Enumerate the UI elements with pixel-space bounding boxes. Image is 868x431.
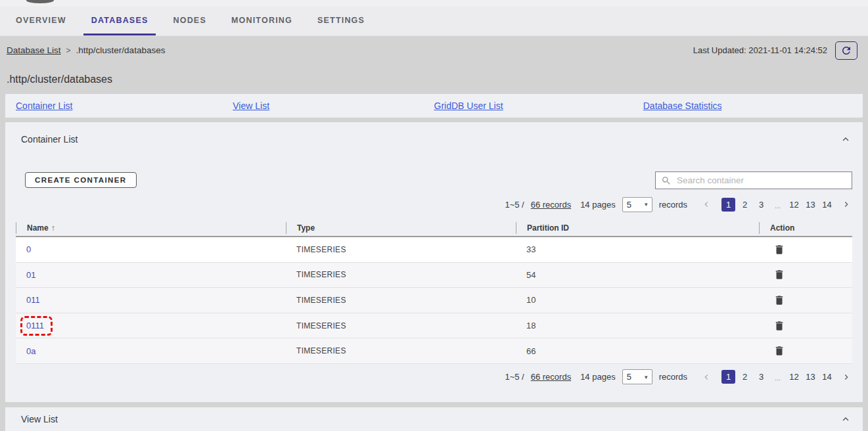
- container-type: TIMESERIES: [286, 245, 516, 254]
- table-row: 01 TIMESERIES 54: [16, 263, 852, 288]
- link-database-statistics[interactable]: Database Statistics: [643, 101, 722, 111]
- chevron-left-icon: [702, 200, 711, 209]
- pagination-top: 1~5 / 66 records 14 pages 5 ▾ records 1 …: [16, 196, 852, 213]
- breadcrumb-database-list-link[interactable]: Database List: [7, 45, 61, 55]
- page-title: .http/cluster/databases: [7, 74, 112, 85]
- last-updated-label: Last Updated: 2021-11-01 14:24:52: [693, 45, 827, 55]
- page-number-1[interactable]: 1: [721, 370, 735, 384]
- page-ellipsis: ...: [771, 370, 785, 384]
- pages-count-label: 14 pages: [580, 200, 616, 210]
- column-header-name[interactable]: Name ↑: [16, 222, 286, 234]
- delete-container-icon[interactable]: [769, 294, 852, 306]
- container-type: TIMESERIES: [286, 296, 516, 305]
- per-page-select[interactable]: 5 ▾: [622, 197, 652, 212]
- tab-settings[interactable]: SETTINGS: [309, 7, 373, 35]
- main-nav: OVERVIEW DATABASES NODES MONITORING SETT…: [0, 7, 868, 36]
- page-number-13[interactable]: 13: [804, 370, 817, 384]
- column-header-type[interactable]: Type: [286, 222, 516, 234]
- view-list-section: View List: [5, 407, 863, 431]
- collapse-view-section-button[interactable]: [839, 413, 852, 426]
- records-suffix-label: records: [659, 372, 687, 382]
- next-page-button[interactable]: [840, 198, 852, 210]
- page-number-12[interactable]: 12: [787, 198, 801, 212]
- previous-page-button[interactable]: [700, 198, 712, 210]
- per-page-value: 5: [627, 200, 631, 210]
- column-header-partition-id[interactable]: Partition ID: [516, 222, 759, 234]
- tab-nodes[interactable]: NODES: [165, 7, 214, 35]
- red-dashed-highlight-annotation: 0111: [20, 316, 53, 336]
- quick-links-bar: Container List View List GridDB User Lis…: [5, 94, 863, 118]
- create-container-button[interactable]: CREATE CONTAINER: [25, 172, 137, 188]
- partial-logo: [26, 0, 54, 3]
- page-number-2[interactable]: 2: [738, 198, 752, 212]
- refresh-button[interactable]: [835, 41, 857, 60]
- chevron-right-icon: [842, 200, 851, 209]
- partition-id: 66: [516, 346, 759, 356]
- record-range-label: 1~5 /: [505, 200, 524, 210]
- page-number-3[interactable]: 3: [754, 370, 768, 384]
- container-section-title: Container List: [21, 134, 78, 145]
- page-ellipsis: ...: [771, 198, 785, 212]
- container-table: Name ↑ Type Partition ID Action 0 TIMESE…: [16, 219, 852, 364]
- per-page-select[interactable]: 5 ▾: [622, 369, 652, 384]
- column-header-action: Action: [759, 222, 852, 234]
- delete-container-icon[interactable]: [769, 320, 852, 332]
- search-container-box[interactable]: [655, 171, 852, 189]
- container-link-0a[interactable]: 0a: [26, 346, 35, 356]
- records-count-link[interactable]: 66 records: [531, 200, 571, 210]
- records-suffix-label: records: [659, 200, 687, 210]
- container-list-section: Container List CREATE CONTAINER 1~5 / 66…: [5, 122, 863, 402]
- container-link-0[interactable]: 0: [26, 244, 31, 254]
- container-type: TIMESERIES: [286, 270, 516, 279]
- partition-id: 18: [516, 321, 759, 330]
- page-number-14[interactable]: 14: [820, 198, 834, 212]
- partition-id: 33: [516, 244, 759, 254]
- page-number-1[interactable]: 1: [721, 198, 735, 212]
- container-link-011[interactable]: 011: [26, 295, 40, 305]
- breadcrumb-current: .http/cluster/databases: [76, 45, 166, 55]
- pagination-bottom: 1~5 / 66 records 14 pages 5 ▾ records 1 …: [16, 369, 852, 386]
- search-container-input[interactable]: [677, 175, 846, 185]
- delete-container-icon[interactable]: [769, 269, 852, 281]
- tab-databases[interactable]: DATABASES: [83, 7, 156, 35]
- next-page-button[interactable]: [840, 371, 852, 383]
- delete-container-icon[interactable]: [769, 244, 852, 256]
- table-row: 0 TIMESERIES 33: [16, 237, 852, 263]
- record-range-label: 1~5 /: [505, 372, 524, 382]
- page-title-row: .http/cluster/databases: [0, 64, 868, 94]
- pages-count-label: 14 pages: [580, 372, 616, 382]
- partition-id: 54: [516, 270, 759, 280]
- container-link-01[interactable]: 01: [26, 270, 35, 280]
- table-header: Name ↑ Type Partition ID Action: [16, 219, 852, 237]
- page-number-list: 1 2 3 ... 12 13 14: [721, 370, 834, 384]
- table-row-highlighted: 0111 TIMESERIES 18: [16, 313, 852, 339]
- breadcrumb-separator: >: [66, 46, 71, 55]
- chevron-down-icon: ▾: [645, 374, 648, 380]
- records-count-link[interactable]: 66 records: [531, 372, 571, 382]
- view-section-title: View List: [21, 414, 58, 424]
- tab-monitoring[interactable]: MONITORING: [223, 7, 300, 35]
- table-row: 0a TIMESERIES 66: [16, 338, 852, 364]
- table-row: 011 TIMESERIES 10: [16, 288, 852, 313]
- page-number-2[interactable]: 2: [738, 370, 752, 384]
- page-number-3[interactable]: 3: [754, 198, 768, 212]
- top-strip: [0, 0, 868, 7]
- chevron-down-icon: ▾: [645, 201, 648, 208]
- chevron-left-icon: [702, 373, 711, 382]
- link-container-list[interactable]: Container List: [16, 101, 72, 111]
- page-number-list: 1 2 3 ... 12 13 14: [721, 198, 834, 212]
- container-type: TIMESERIES: [286, 321, 516, 330]
- partition-id: 10: [516, 295, 759, 305]
- previous-page-button[interactable]: [700, 371, 712, 383]
- page-number-13[interactable]: 13: [804, 198, 817, 212]
- container-link-0111[interactable]: 0111: [26, 321, 44, 330]
- link-view-list[interactable]: View List: [233, 101, 269, 111]
- link-griddb-user-list[interactable]: GridDB User List: [434, 101, 503, 111]
- page-number-12[interactable]: 12: [787, 370, 801, 384]
- collapse-container-section-button[interactable]: [839, 133, 852, 146]
- tab-overview[interactable]: OVERVIEW: [8, 7, 74, 35]
- delete-container-icon[interactable]: [769, 345, 852, 357]
- container-section-header: Container List: [16, 122, 852, 146]
- search-icon: [661, 175, 672, 186]
- page-number-14[interactable]: 14: [820, 370, 834, 384]
